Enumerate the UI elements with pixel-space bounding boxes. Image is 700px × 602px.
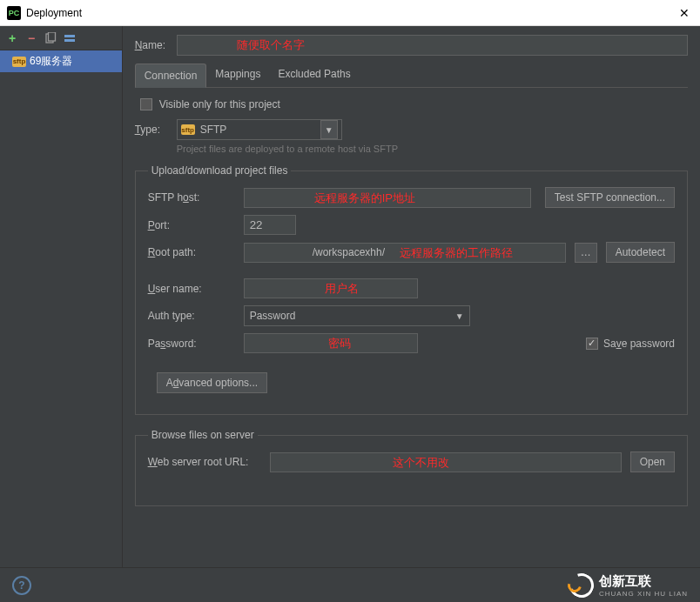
tabs: Connection Mappings Excluded Paths: [135, 63, 688, 88]
help-icon[interactable]: ?: [12, 576, 31, 595]
auth-type-value: Password: [250, 310, 296, 322]
titlebar: PC Deployment ✕: [0, 0, 700, 26]
left-toolbar: + −: [0, 26, 122, 50]
test-sftp-button[interactable]: Test SFTP connection...: [545, 187, 675, 208]
annotation-user: 用户名: [325, 281, 359, 297]
sftp-badge-icon: sftp: [181, 124, 195, 135]
annotation-name: 随便取个名字: [237, 37, 305, 53]
window-title: Deployment: [26, 7, 676, 19]
annotation-root: 远程服务器的工作路径: [400, 245, 513, 261]
user-name-label: User name:: [148, 283, 235, 295]
tab-mappings[interactable]: Mappings: [206, 63, 269, 87]
brand-subtext: CHUANG XIN HU LIAN: [599, 590, 688, 598]
sftp-host-label: SFTP host:: [148, 191, 235, 204]
close-icon[interactable]: ✕: [676, 6, 693, 20]
chevron-down-icon[interactable]: ▼: [455, 311, 464, 321]
upload-legend: Upload/download project files: [148, 164, 292, 177]
visible-only-checkbox[interactable]: [140, 98, 152, 110]
port-input[interactable]: [244, 215, 296, 235]
type-label: Type:: [135, 124, 170, 136]
auth-type-label: Auth type:: [148, 310, 235, 322]
tab-excluded-paths[interactable]: Excluded Paths: [269, 63, 359, 87]
user-name-input[interactable]: 用户名: [244, 278, 418, 298]
web-server-url-label: Web server root URL:: [148, 456, 261, 468]
save-password-checkbox[interactable]: ✓: [586, 338, 598, 350]
password-label: Password:: [148, 338, 235, 350]
deployment-item-label: 69服务器: [30, 54, 72, 69]
type-value: SFTP: [200, 124, 227, 136]
brand-logo: 创新互联 CHUANG XIN HU LIAN: [569, 573, 688, 598]
save-password-label: Save password: [603, 338, 675, 350]
annotation-pass: 密码: [328, 336, 351, 351]
deployment-list-panel: + − sftp 69服务器: [0, 26, 123, 567]
brand-text: 创新互联: [599, 573, 688, 590]
annotation-host: 远程服务器的IP地址: [314, 191, 415, 206]
sftp-badge-icon: sftp: [12, 57, 26, 67]
root-path-value: /workspacexhh/: [313, 246, 385, 258]
root-path-input[interactable]: /workspacexhh/ 远程服务器的工作路径: [244, 243, 566, 263]
type-hint: Project files are deployed to a remote h…: [177, 144, 688, 154]
name-label: Name:: [135, 39, 170, 51]
password-input[interactable]: 密码: [244, 333, 418, 353]
root-browse-button[interactable]: …: [575, 243, 597, 263]
autodetect-button[interactable]: Autodetect: [606, 242, 675, 263]
name-input[interactable]: 随便取个名字: [177, 35, 688, 56]
right-panel: Name: 随便取个名字 Connection Mappings Exclude…: [123, 26, 700, 567]
toggle-icon[interactable]: [63, 31, 77, 45]
web-server-url-input[interactable]: 这个不用改: [270, 452, 622, 472]
svg-rect-1: [49, 32, 56, 41]
bottom-bar: ? 创新互联 CHUANG XIN HU LIAN: [0, 567, 700, 602]
svg-rect-2: [64, 35, 75, 37]
chevron-down-icon[interactable]: ▼: [320, 120, 338, 139]
port-label: Port:: [148, 219, 235, 231]
app-icon: PC: [7, 6, 21, 20]
visible-only-label: Visible only for this project: [159, 98, 280, 110]
copy-icon[interactable]: [44, 31, 57, 45]
upload-download-group: Upload/download project files SFTP host:…: [135, 164, 688, 415]
deployment-list-item[interactable]: sftp 69服务器: [0, 50, 122, 72]
auth-type-select[interactable]: Password ▼: [244, 305, 470, 326]
advanced-options-button[interactable]: Advanced options...: [157, 372, 267, 393]
brand-mark-icon: [569, 573, 594, 598]
remove-icon[interactable]: −: [24, 31, 38, 45]
type-select[interactable]: sftp SFTP ▼: [177, 119, 342, 140]
add-icon[interactable]: +: [5, 31, 19, 45]
svg-rect-3: [64, 39, 75, 42]
browse-legend: Browse files on server: [148, 429, 258, 441]
tab-connection[interactable]: Connection: [135, 64, 207, 88]
browse-group: Browse files on server Web server root U…: [135, 429, 688, 506]
open-button[interactable]: Open: [630, 452, 675, 472]
annotation-web: 这个不用改: [393, 455, 449, 471]
root-path-label: Root path:: [148, 246, 235, 258]
sftp-host-input[interactable]: 远程服务器的IP地址: [244, 188, 531, 208]
